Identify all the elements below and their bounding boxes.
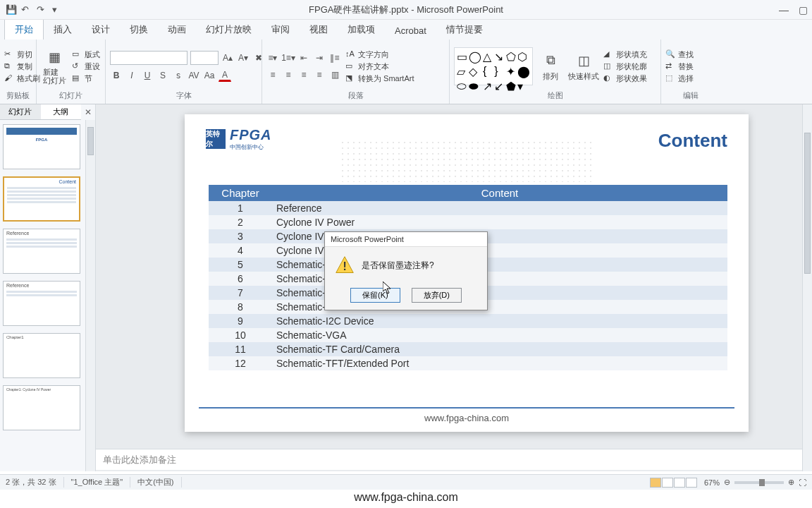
font-color-button[interactable]: A	[219, 69, 231, 82]
char-spacing-button[interactable]: AV	[187, 69, 200, 82]
tab-view[interactable]: 视图	[300, 20, 338, 40]
tab-acrobat[interactable]: Acrobat	[385, 22, 436, 40]
change-case-button[interactable]: Aa	[203, 69, 216, 82]
bullets-button[interactable]: ≡▾	[266, 52, 279, 64]
status-theme: "1_Office 主题"	[71, 477, 131, 488]
layout-button[interactable]: ▭版式	[72, 49, 100, 60]
grow-font-icon[interactable]: A▴	[221, 52, 234, 64]
tab-storyboard[interactable]: 情节提要	[436, 20, 493, 40]
align-right-button[interactable]: ≡	[297, 68, 310, 81]
tab-insert[interactable]: 插入	[44, 20, 82, 40]
keep-button[interactable]: 保留(K)	[350, 288, 400, 303]
zoom-in-icon[interactable]: ⊕	[788, 478, 794, 487]
reading-view-button[interactable]	[674, 478, 685, 488]
ribbon: ✂剪切 ⧉复制 🖌格式刷 剪贴板 ▦新建 幻灯片 ▭版式 ↺重设 ▤节 幻灯片 …	[0, 40, 812, 104]
arrange-button[interactable]: ⧉排列	[537, 52, 564, 82]
justify-button[interactable]: ≡	[313, 68, 326, 81]
zoom-level[interactable]: 67%	[704, 478, 720, 487]
shape-icon[interactable]: ▱	[457, 65, 467, 78]
shape-icon[interactable]: ↘	[494, 50, 504, 64]
slide-thumb[interactable]: Chapter1	[3, 333, 80, 378]
shape-outline-button[interactable]: ◫形状轮廓	[603, 61, 647, 72]
status-slide-count: 2 张，共 32 张	[6, 477, 64, 488]
shape-icon[interactable]: ⬡	[517, 50, 530, 64]
status-language[interactable]: 中文(中国)	[137, 477, 181, 488]
italic-button[interactable]: I	[125, 69, 138, 82]
shape-icon[interactable]: ⬤	[517, 65, 530, 78]
group-slides-label: 幻灯片	[41, 90, 101, 102]
notes-pane[interactable]: 单击此处添加备注	[96, 449, 812, 470]
align-center-button[interactable]: ≡	[282, 68, 295, 81]
shape-icon[interactable]: {	[483, 65, 493, 78]
zoom-slider[interactable]	[734, 481, 784, 484]
sorter-view-button[interactable]	[662, 478, 673, 488]
tab-transitions[interactable]: 切换	[120, 20, 158, 40]
shape-icon[interactable]: }	[494, 65, 504, 78]
fit-window-icon[interactable]: ⛶	[799, 478, 806, 487]
shape-fill-button[interactable]: ◢形状填充	[603, 49, 647, 60]
qat-dropdown-icon[interactable]: ▾	[52, 4, 63, 16]
tab-home[interactable]: 开始	[4, 19, 44, 40]
outdent-button[interactable]: ⇤	[297, 52, 310, 64]
shadow-button[interactable]: ꜱ	[172, 69, 185, 82]
find-button[interactable]: 🔍查找	[665, 49, 694, 60]
strike-button[interactable]: S	[156, 69, 169, 82]
align-left-button[interactable]: ≡	[266, 68, 279, 81]
slide-thumb[interactable]: Reference	[3, 229, 80, 274]
tab-slideshow[interactable]: 幻灯片放映	[196, 20, 262, 40]
indent-button[interactable]: ⇥	[313, 52, 326, 64]
underline-button[interactable]: U	[141, 69, 154, 82]
normal-view-button[interactable]	[650, 478, 661, 488]
redo-icon[interactable]: ↷	[37, 4, 48, 16]
font-family-select[interactable]	[110, 51, 187, 65]
shape-icon[interactable]: ▭	[457, 50, 467, 64]
tab-addins[interactable]: 加载项	[338, 20, 385, 40]
section-button[interactable]: ▤节	[72, 73, 100, 84]
replace-button[interactable]: ⇄替换	[665, 61, 694, 72]
numbering-button[interactable]: 1≡▾	[282, 52, 295, 64]
tab-animations[interactable]: 动画	[158, 20, 196, 40]
tab-design[interactable]: 设计	[82, 20, 120, 40]
discard-button[interactable]: 放弃(D)	[412, 288, 462, 303]
maximize-icon[interactable]: ▢	[799, 4, 808, 16]
shape-icon[interactable]: ⬠	[506, 50, 516, 64]
select-button[interactable]: ⬚选择	[665, 73, 694, 84]
shape-icon[interactable]: ◇	[469, 65, 481, 78]
font-size-select[interactable]	[190, 51, 219, 65]
bold-button[interactable]: B	[110, 69, 123, 82]
shapes-gallery[interactable]: ▭◯△↘⬠⬡ ▱◇{}✦⬤ ⬭⬬↗↙⬟▾	[454, 47, 533, 85]
slideshow-view-button[interactable]	[686, 478, 697, 488]
columns-button[interactable]: ▥	[328, 68, 341, 81]
pane-scrollbar[interactable]	[85, 120, 95, 471]
table-header: Chapter	[209, 185, 272, 201]
tab-review[interactable]: 审阅	[262, 20, 300, 40]
shape-icon[interactable]: ◯	[469, 50, 481, 64]
pane-close-icon[interactable]: ✕	[81, 107, 95, 117]
text-direction-button[interactable]: ↕A文字方向	[345, 49, 414, 60]
pane-tab-outline[interactable]: 大纲	[41, 104, 82, 120]
slide-thumb[interactable]: Reference	[3, 281, 80, 326]
shrink-font-icon[interactable]: A▾	[237, 52, 250, 64]
shape-icon[interactable]: △	[483, 50, 493, 64]
copy-button[interactable]: ⧉复制	[4, 61, 40, 72]
canvas-scrollbar[interactable]	[802, 104, 812, 471]
new-slide-button[interactable]: ▦新建 幻灯片	[41, 48, 68, 85]
shape-effects-button[interactable]: ◐形状效果	[603, 73, 647, 84]
quick-styles-button[interactable]: ◫快速样式	[568, 52, 599, 82]
pane-tab-slides[interactable]: 幻灯片	[0, 104, 41, 120]
table-row: 11Schematic-TF Card/Camera	[209, 342, 727, 356]
zoom-out-icon[interactable]: ⊖	[724, 478, 730, 487]
line-spacing-button[interactable]: ‖≡	[328, 52, 341, 64]
slide-thumb[interactable]: Content	[3, 176, 80, 222]
undo-icon[interactable]: ↶	[21, 4, 32, 16]
slide-thumb[interactable]: FPGA	[3, 124, 80, 169]
align-text-button[interactable]: ▭对齐文本	[345, 61, 414, 72]
cut-button[interactable]: ✂剪切	[4, 49, 40, 60]
convert-smartart-button[interactable]: ⬔转换为 SmartArt	[345, 73, 414, 84]
minimize-icon[interactable]: —	[779, 4, 789, 16]
format-painter-button[interactable]: 🖌格式刷	[4, 73, 40, 84]
slide-thumb[interactable]: Chapter1: Cyclone IV Power	[3, 385, 80, 430]
shape-icon[interactable]: ✦	[506, 65, 516, 78]
reset-button[interactable]: ↺重设	[72, 61, 100, 72]
save-icon[interactable]: 💾	[6, 4, 17, 16]
